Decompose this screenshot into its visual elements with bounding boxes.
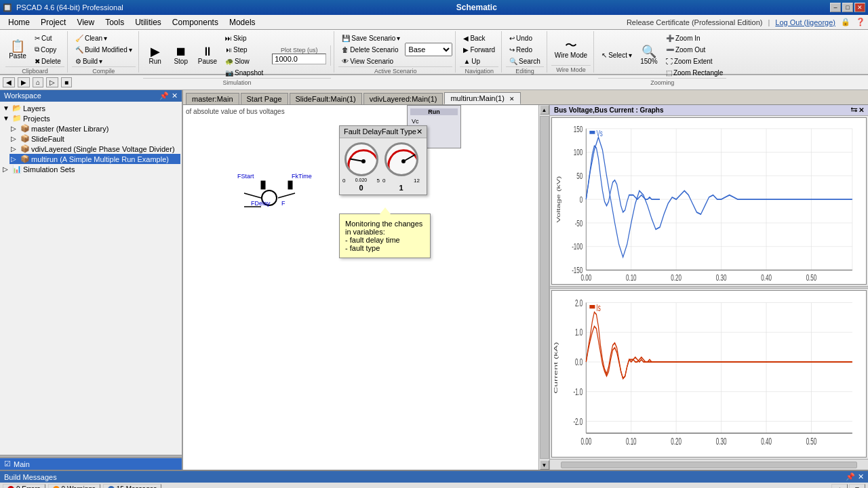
main-area: Workspace 📌 ✕ ▼ 📂 Layers ▼ 📁 Projects ▷ …	[0, 90, 868, 470]
schematic-canvas[interactable]: of absolute value of bus voltages Run Vc…	[183, 105, 549, 470]
bm-scroll-up[interactable]: ▲	[831, 484, 848, 488]
hscroll-thumb[interactable]	[561, 462, 857, 468]
cut-button[interactable]: ✂ Cut	[31, 33, 64, 43]
step-button[interactable]: ⏯ Step	[222, 44, 267, 55]
compile-col: 🧹 Clean ▾ 🔨 Build Modified ▾ ⚙ Build ▾	[72, 33, 136, 66]
tree-master[interactable]: ▷ 📦 master (Master Library)	[9, 123, 180, 134]
copy-button[interactable]: ⧉ Copy	[31, 44, 64, 55]
zoom-in-button[interactable]: 🔍 150%	[637, 39, 661, 72]
graphs-expand-icon[interactable]: ⮀	[850, 106, 857, 114]
zoom-in-btn[interactable]: ➕ Zoom In	[663, 33, 726, 43]
active-scenario-select[interactable]: Base	[405, 43, 452, 56]
menu-tools[interactable]: Tools	[100, 15, 130, 29]
fault-panel-header: Fault Delay Fault Type ✕	[340, 126, 427, 138]
tab-start-page[interactable]: Start Page	[241, 93, 288, 104]
content-area: master:Main Start Page SlideFault:Main(1…	[183, 90, 868, 470]
undo-button[interactable]: ↩ Undo	[506, 33, 544, 43]
bm-messages-btn[interactable]: 15 Messages	[103, 484, 161, 488]
vscroll-up[interactable]: ▲	[540, 105, 549, 115]
toolbar-back[interactable]: ◀	[3, 77, 15, 87]
toolbar-stop[interactable]: ■	[61, 77, 72, 87]
delete-scenario-button[interactable]: 🗑 Delete Scenario	[338, 44, 403, 55]
fault-panel-close[interactable]: ✕	[416, 127, 422, 136]
paste-button[interactable]: 📋 Paste	[5, 33, 30, 66]
skip-button[interactable]: ⏭ Skip	[222, 33, 267, 43]
toolbar-forward[interactable]: ▶	[18, 77, 30, 87]
menu-components[interactable]: Components	[167, 15, 224, 29]
close-button[interactable]: ✕	[854, 3, 865, 12]
forward-button[interactable]: ▶ Forward	[460, 44, 498, 55]
menu-view[interactable]: View	[71, 15, 100, 29]
app-name: PSCAD 4.6 (64-bit) Professional	[16, 3, 123, 12]
view-scenario-button[interactable]: 👁 View Scenario	[338, 56, 403, 66]
tree-simsets[interactable]: ▷ 📊 Simulation Sets	[1, 164, 180, 174]
app-icon: 🔲	[3, 3, 12, 12]
minimize-button[interactable]: –	[830, 3, 841, 12]
menu-project[interactable]: Project	[35, 15, 71, 29]
build-modified-button[interactable]: 🔨 Build Modified ▾	[72, 44, 136, 55]
graphs-hscrollbar[interactable]	[550, 459, 868, 470]
slidefault-expand-icon: ▷	[11, 135, 19, 142]
pause-button[interactable]: ⏸ Pause	[195, 39, 220, 72]
logout-link[interactable]: Log Out (ligeorge)	[775, 18, 835, 26]
search-button[interactable]: 🔍 Search	[506, 56, 544, 66]
workspace-pin[interactable]: 📌	[159, 92, 169, 100]
clean-button[interactable]: 🧹 Clean ▾	[72, 33, 136, 43]
tab-master-main[interactable]: master:Main	[186, 93, 239, 104]
menu-models[interactable]: Models	[224, 15, 261, 29]
toolbar-home[interactable]: ⌂	[33, 77, 43, 87]
svg-text:Vs: Vs	[596, 128, 602, 138]
stop-button[interactable]: ⏹ Stop	[169, 39, 193, 72]
slow-button[interactable]: 🐢 Slow	[222, 56, 267, 66]
bm-scroll-down[interactable]: ▼	[849, 484, 865, 488]
bm-close[interactable]: ✕	[858, 472, 864, 481]
wire-mode-button[interactable]: 〜 Wire Mode	[551, 33, 591, 65]
toolbar-run[interactable]: ▷	[46, 77, 58, 87]
back-button[interactable]: ◀ Back	[460, 33, 498, 43]
tab-slidefault[interactable]: SlideFault:Main(1)	[290, 93, 362, 104]
plot-step-input[interactable]	[272, 54, 326, 64]
workspace-close[interactable]: ✕	[172, 92, 178, 100]
zoom-out-icon: ➖	[666, 46, 674, 54]
zoom-out-btn[interactable]: ➖ Zoom Out	[663, 44, 726, 55]
build-button[interactable]: ⚙ Build ▾	[72, 56, 136, 66]
delete-button[interactable]: ✖ Delete	[31, 56, 64, 66]
forward-icon: ▶	[463, 46, 469, 54]
menu-home[interactable]: Home	[3, 15, 35, 29]
bm-pin[interactable]: 📌	[846, 472, 855, 481]
tree-projects[interactable]: ▼ 📁 Projects	[1, 113, 180, 123]
graphs-close-icon[interactable]: ✕	[859, 106, 864, 114]
tree-multirun[interactable]: ▷ 📦 multirun (A Simple Multiple Run Exam…	[9, 154, 180, 164]
vscroll-down[interactable]: ▼	[540, 460, 549, 470]
menu-utilities[interactable]: Utilities	[130, 15, 167, 29]
tab-vdiv[interactable]: vdivLayered:Main(1)	[363, 93, 443, 104]
tree-vdiv[interactable]: ▷ 📦 vdivLayered (Single Phase Voltage Di…	[9, 144, 180, 154]
redo-button[interactable]: ↪ Redo	[506, 44, 544, 55]
tree-slidefault[interactable]: ▷ 📦 SlideFault	[9, 134, 180, 144]
bm-title: Build Messages	[4, 473, 57, 481]
simsets-expand-icon: ▷	[3, 165, 11, 173]
save-scenario-button[interactable]: 💾 Save Scenario ▾	[338, 33, 403, 43]
svg-line-7	[403, 155, 415, 161]
schematic-vscrollbar[interactable]: ▲ ▼	[538, 105, 549, 470]
layer-main[interactable]: ☑ Main	[0, 458, 182, 470]
zooming-label: Zooming	[598, 78, 726, 86]
bm-errors-btn[interactable]: 0 Errors	[3, 484, 45, 488]
vscroll-thumb[interactable]	[540, 116, 549, 459]
scenario-col: 💾 Save Scenario ▾ 🗑 Delete Scenario 👁 Vi…	[338, 33, 403, 66]
plot-step-label: Plot Step (us)	[272, 47, 326, 54]
up-button[interactable]: ▲ Up	[460, 56, 498, 66]
run-button[interactable]: ▶ Run	[143, 39, 167, 72]
tree-layers[interactable]: ▼ 📂 Layers	[1, 103, 180, 113]
maximize-button[interactable]: □	[842, 3, 853, 12]
graph-divider[interactable]	[550, 286, 868, 289]
zoom-rectangle-btn[interactable]: ⬚ Zoom Rectangle	[663, 67, 726, 78]
ribbon-editing-group: ↩ Undo ↪ Redo 🔍 Search Editing	[503, 31, 547, 73]
title-bar: 🔲 PSCAD 4.6 (64-bit) Professional Schema…	[0, 0, 868, 15]
zoom-extent-btn[interactable]: ⛶ Zoom Extent	[663, 56, 726, 66]
snapshot-button[interactable]: 📷 Snapshot	[222, 67, 267, 78]
tab-multirun[interactable]: multirun:Main(1) ✕	[444, 92, 521, 104]
bm-warnings-btn[interactable]: 0 Warnings	[48, 484, 100, 488]
select-button[interactable]: ↖ Select ▾	[598, 50, 635, 61]
tab-multirun-close[interactable]: ✕	[509, 96, 515, 102]
